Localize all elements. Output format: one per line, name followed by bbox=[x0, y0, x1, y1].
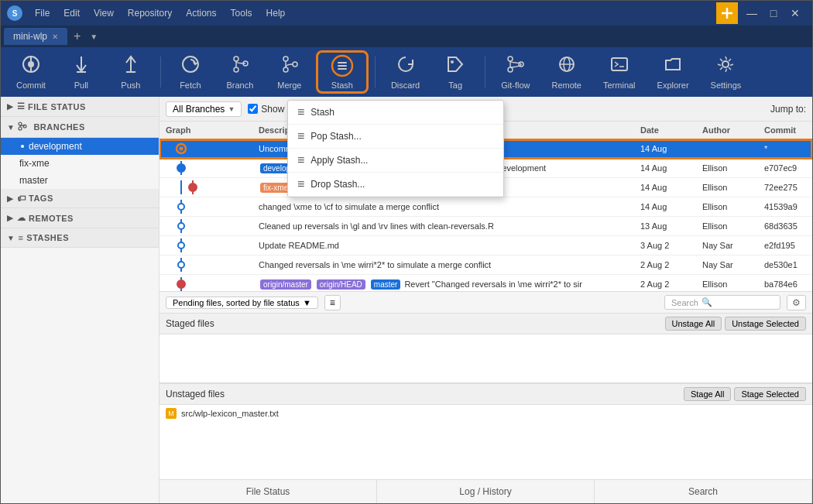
commit-button[interactable]: Commit bbox=[7, 50, 55, 94]
menu-actions[interactable]: Actions bbox=[180, 5, 222, 22]
tab-file-status[interactable]: File Status bbox=[160, 480, 377, 503]
author-cell: Nay Sar bbox=[696, 236, 758, 255]
stash-dropdown-label: Stash bbox=[310, 107, 334, 118]
menu-view[interactable]: View bbox=[87, 5, 120, 22]
unstaged-files-label: Unstaged files bbox=[166, 389, 225, 399]
tab-search[interactable]: Search bbox=[595, 480, 812, 503]
description-cell: Cleaned up reversals in \gl and \rv line… bbox=[252, 217, 634, 235]
menu-edit[interactable]: Edit bbox=[57, 5, 86, 22]
explorer-button[interactable]: Explorer bbox=[648, 50, 698, 94]
menu-tools[interactable]: Tools bbox=[225, 5, 259, 22]
menu-file[interactable]: File bbox=[29, 5, 56, 22]
tab-dropdown-button[interactable]: ▼ bbox=[87, 29, 101, 44]
sidebar-branches-header[interactable]: ▼ BRANCHES bbox=[1, 117, 159, 138]
unstaged-header: Unstaged files Stage All Stage Selected bbox=[160, 383, 812, 405]
pull-button[interactable]: Pull bbox=[58, 50, 105, 94]
svg-point-10 bbox=[234, 67, 238, 72]
stage-selected-button[interactable]: Stage Selected bbox=[734, 387, 806, 401]
file-view-mode-button[interactable]: ≡ bbox=[324, 295, 341, 310]
merge-label: Merge bbox=[277, 81, 301, 90]
discard-icon bbox=[396, 54, 416, 77]
staged-section: Staged files Unstage All Unstage Selecte… bbox=[160, 314, 812, 383]
remotes-icon: ☁ bbox=[17, 213, 26, 223]
unstage-selected-button[interactable]: Unstage Selected bbox=[725, 317, 806, 331]
svg-point-44 bbox=[178, 204, 184, 210]
commit-cell: e2fd195 bbox=[758, 236, 812, 255]
sidebar-item-fix-xme[interactable]: fix-xme bbox=[1, 155, 159, 172]
pull-label: Pull bbox=[74, 81, 88, 90]
stash-dropdown-item-apply[interactable]: ≡ Apply Stash... bbox=[288, 149, 503, 173]
table-row[interactable]: origin/master origin/HEAD master Revert … bbox=[160, 275, 812, 292]
table-row[interactable]: Cleaned up reversals in \gl and \rv line… bbox=[160, 217, 812, 236]
tab-log-history[interactable]: Log / History bbox=[377, 480, 595, 503]
table-row[interactable]: Changed reversals in \me wirri*2* to sim… bbox=[160, 255, 812, 275]
discard-button[interactable]: Discard bbox=[382, 50, 429, 94]
list-item[interactable]: M src/wlp-lexicon_master.txt bbox=[160, 405, 812, 422]
stash-dropdown-item-drop[interactable]: ≡ Drop Stash... bbox=[288, 173, 503, 197]
branch-label: Branch bbox=[226, 81, 253, 90]
stash-dropdown-item-pop[interactable]: ≡ Pop Stash... bbox=[288, 125, 503, 149]
terminal-button[interactable]: Terminal bbox=[594, 50, 645, 94]
maximize-button[interactable]: □ bbox=[763, 5, 784, 22]
fetch-label: Fetch bbox=[180, 81, 201, 90]
close-button[interactable]: ✕ bbox=[784, 5, 806, 22]
sidebar-file-status-header[interactable]: ▶ ☰ FILE STATUS bbox=[1, 97, 159, 117]
stage-all-button[interactable]: Stage All bbox=[684, 387, 731, 401]
table-row[interactable]: changed \xme to \cf to simulate a merge … bbox=[160, 197, 812, 217]
file-sort-select[interactable]: Pending files, sorted by file status ▼ bbox=[166, 297, 318, 309]
stash-dropdown-item-stash[interactable]: ≡ Stash bbox=[288, 101, 503, 125]
apply-stash-label: Apply Stash... bbox=[310, 155, 368, 166]
author-cell: Nay Sar bbox=[696, 255, 758, 274]
svg-point-39 bbox=[177, 164, 185, 172]
date-cell: 14 Aug bbox=[634, 197, 696, 216]
new-tab-button[interactable]: + bbox=[67, 26, 87, 46]
sidebar-item-development[interactable]: development bbox=[1, 138, 159, 155]
table-row[interactable]: Update README.md 3 Aug 2 Nay Sar e2fd195 bbox=[160, 236, 812, 255]
file-panel-gear-button[interactable]: ⚙ bbox=[787, 295, 806, 310]
tab-close-button[interactable]: ✕ bbox=[52, 33, 58, 41]
push-button[interactable]: Push bbox=[108, 50, 154, 94]
pop-stash-label: Pop Stash... bbox=[310, 131, 361, 142]
tab-mini-wlp[interactable]: mini-wlp ✕ bbox=[4, 28, 67, 45]
author-cell: Ellison bbox=[696, 197, 758, 216]
branch-button[interactable]: Branch bbox=[217, 50, 263, 94]
git-flow-button[interactable]: Git-flow bbox=[492, 50, 539, 94]
drop-stash-icon: ≡ bbox=[297, 177, 304, 191]
sidebar-item-master[interactable]: master bbox=[1, 172, 159, 189]
sidebar-remotes-header[interactable]: ▶ ☁ REMOTES bbox=[1, 208, 159, 228]
author-cell: Ellison bbox=[696, 217, 758, 235]
search-placeholder: Search bbox=[671, 298, 698, 307]
author-cell: Ellison bbox=[696, 178, 758, 197]
sidebar-tags-header[interactable]: ▶ 🏷 TAGS bbox=[1, 189, 159, 208]
sidebar: ▶ ☰ FILE STATUS ▼ bbox=[1, 97, 160, 503]
unstage-all-button[interactable]: Unstage All bbox=[665, 317, 722, 331]
minimize-button[interactable]: — bbox=[741, 5, 763, 22]
svg-point-46 bbox=[178, 223, 184, 229]
all-branches-select[interactable]: All Branches ▼ bbox=[166, 101, 242, 117]
staged-header-buttons: Unstage All Unstage Selected bbox=[665, 317, 807, 331]
file-status-expand-icon: ▶ bbox=[7, 102, 14, 111]
all-branches-label: All Branches bbox=[173, 104, 225, 115]
svg-point-48 bbox=[178, 242, 184, 249]
date-cell: 3 Aug 2 bbox=[634, 236, 696, 255]
unstaged-section: Unstaged files Stage All Stage Selected … bbox=[160, 383, 812, 479]
remote-button[interactable]: Remote bbox=[542, 50, 591, 94]
menu-help[interactable]: Help bbox=[260, 5, 292, 22]
sidebar-stashes-header[interactable]: ▼ ≡ STASHES bbox=[1, 228, 159, 248]
svg-point-37 bbox=[180, 147, 184, 151]
menu-bar: File Edit View Repository Actions Tools … bbox=[29, 5, 291, 22]
tags-expand-icon: ▶ bbox=[7, 194, 14, 203]
merge-button[interactable]: Merge bbox=[266, 50, 313, 94]
title-bar: S File Edit View Repository Actions Tool… bbox=[1, 1, 812, 26]
apply-stash-icon: ≡ bbox=[297, 153, 304, 167]
stash-button[interactable]: Stash bbox=[316, 50, 369, 94]
show-remote-checkbox[interactable] bbox=[248, 104, 258, 114]
tag-button[interactable]: Tag bbox=[432, 50, 479, 94]
fetch-button[interactable]: Fetch bbox=[167, 50, 214, 94]
menu-repository[interactable]: Repository bbox=[122, 5, 178, 22]
commit-cell: 41539a9 bbox=[758, 197, 812, 216]
stashes-label: STASHES bbox=[26, 233, 69, 242]
file-panel-toolbar: Pending files, sorted by file status ▼ ≡… bbox=[160, 292, 812, 314]
sidebar-section-stashes: ▼ ≡ STASHES bbox=[1, 228, 159, 248]
settings-button[interactable]: Settings bbox=[702, 50, 751, 94]
